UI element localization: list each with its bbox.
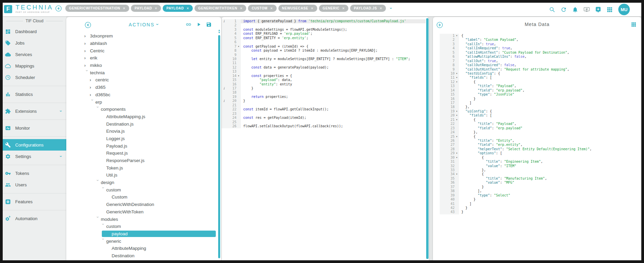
user-avatar[interactable]: MU bbox=[618, 4, 630, 15]
display-transfer-icon[interactable] bbox=[583, 6, 590, 13]
sidebar-item-configurations[interactable]: Configurations bbox=[3, 139, 66, 151]
code-line-11[interactable]: 11 bbox=[222, 61, 426, 65]
apps-grid-icon[interactable] bbox=[606, 6, 613, 13]
code-line-9[interactable]: 9 "callOutHintText": "Request for attrib… bbox=[440, 68, 640, 72]
sidebar-item-jobs[interactable]: Jobs bbox=[3, 37, 66, 49]
tree-item-abhilash[interactable]: ›abhilash bbox=[66, 40, 216, 47]
tab-close-icon[interactable]: × bbox=[380, 6, 382, 11]
code-line-22[interactable]: 22 "title": "Payload", bbox=[440, 122, 640, 126]
search-icon[interactable] bbox=[549, 6, 555, 13]
tree-item-components[interactable]: ›components bbox=[66, 106, 216, 113]
code-line-13[interactable]: 13 "title": "Payload", bbox=[440, 84, 640, 88]
tree-item-centric[interactable]: ›Centric bbox=[66, 47, 216, 54]
chevron-expanded-icon[interactable]: › bbox=[101, 238, 106, 244]
code-line-27[interactable]: 27 "field": "erp.entity", bbox=[440, 143, 640, 147]
code-line-23[interactable]: 23 bbox=[222, 112, 426, 116]
sidebar-item-statistics[interactable]: Statistics bbox=[3, 88, 66, 100]
code-line-13[interactable]: 13 bbox=[222, 70, 426, 74]
code-line-24[interactable]: 24const res = getPayload(itemId); bbox=[222, 116, 426, 120]
tree-item-payload[interactable]: Payload bbox=[66, 259, 216, 260]
chevron-expanded-icon[interactable]: › bbox=[95, 180, 100, 185]
code-line-25[interactable]: 25 bbox=[222, 120, 426, 124]
chevron-expanded-icon[interactable]: › bbox=[95, 216, 100, 222]
code-line-15[interactable]: 15 "type": "JsonFile" bbox=[440, 93, 640, 97]
code-line-18[interactable]: 18 }, bbox=[440, 105, 640, 109]
code-line-23[interactable]: 23 "field": "erp.payload" bbox=[440, 126, 640, 130]
chevron-expanded-icon[interactable]: › bbox=[101, 187, 106, 193]
code-line-38[interactable]: 38 ], bbox=[440, 189, 640, 193]
code-line-39[interactable]: 39 "type": "Select" bbox=[440, 193, 640, 198]
code-line-37[interactable]: 37 } bbox=[440, 185, 640, 189]
code-line-20[interactable]: i20} bbox=[222, 99, 426, 103]
sidebar-item-mappings[interactable]: Mappings bbox=[3, 60, 66, 72]
code-line-10[interactable]: 10 let entity = moduleSettings[ERP_ENTIT… bbox=[222, 57, 426, 61]
code-line-33[interactable]: 33 }, bbox=[440, 168, 640, 172]
code-line-29[interactable]: 29▾ "options": [ bbox=[440, 151, 640, 155]
tree-item-erp[interactable]: ›erp bbox=[66, 98, 216, 106]
editor-scrollbar[interactable] bbox=[426, 18, 429, 259]
code-line-16[interactable]: 16 "entity": entity bbox=[222, 82, 426, 86]
chevron-collapsed-icon[interactable]: › bbox=[84, 63, 90, 68]
code-line-17[interactable]: 17 ] bbox=[440, 101, 640, 105]
code-line-3[interactable]: 3 "callIn": true, bbox=[440, 42, 640, 46]
tree-item-token.js[interactable]: Token.js bbox=[66, 164, 216, 172]
refresh-icon[interactable] bbox=[560, 6, 567, 13]
tree-item-3dxonprem[interactable]: ›3dxonprem bbox=[66, 32, 216, 40]
save-icon[interactable] bbox=[206, 22, 212, 27]
scrollbar-thumb[interactable] bbox=[218, 35, 220, 258]
code-line-20[interactable]: 20▾ "fields": [ bbox=[440, 113, 640, 117]
tree-item-modules[interactable]: ›modules bbox=[66, 215, 216, 223]
sidebar-item-users[interactable]: Users bbox=[3, 179, 66, 190]
config-tab-generic-6[interactable]: GENERIC× bbox=[319, 5, 348, 12]
tab-close-icon[interactable]: × bbox=[342, 6, 345, 11]
code-line-5[interactable]: 5 "callInHintText": "Custom Payload for … bbox=[440, 51, 640, 55]
code-line-3[interactable]: 3const moduleSettings = flowAPI.getModul… bbox=[222, 28, 426, 32]
chevron-collapsed-icon[interactable]: › bbox=[90, 92, 95, 97]
tree-item-enovia.js[interactable]: Enovia.js bbox=[66, 128, 216, 135]
code-line-21[interactable]: 21 bbox=[222, 103, 426, 107]
chevron-collapsed-icon[interactable]: › bbox=[84, 33, 90, 38]
chevron-collapsed-icon[interactable]: › bbox=[84, 55, 90, 60]
sidebar-item-services[interactable]: Services bbox=[3, 49, 66, 60]
sidebar-item-scheduler[interactable]: Scheduler bbox=[3, 72, 66, 83]
config-tab-payload-2[interactable]: PAYLOAD× bbox=[163, 5, 193, 12]
whats-new-badge-icon[interactable] bbox=[595, 6, 601, 13]
code-line-25[interactable]: 25▾ { bbox=[440, 135, 640, 139]
notifications-bell-icon[interactable] bbox=[572, 6, 578, 13]
code-line-1[interactable]: 1▾{ bbox=[440, 34, 640, 38]
code-line-18[interactable]: 18 bbox=[222, 90, 426, 95]
code-line-34[interactable]: 34▾ { bbox=[440, 172, 640, 176]
code-line-41[interactable]: 41 ] bbox=[440, 202, 640, 206]
config-tab-newusecase-5[interactable]: NEWUSECASE× bbox=[278, 5, 317, 12]
grid-view-icon[interactable] bbox=[631, 22, 637, 27]
tree-item-destination[interactable]: Destination bbox=[66, 252, 216, 260]
tree-item-technia[interactable]: ›technia bbox=[66, 69, 216, 76]
tabs-back-circle-button[interactable] bbox=[55, 5, 62, 12]
tree-item-centric[interactable]: ›centric bbox=[66, 76, 216, 84]
code-line-14[interactable]: 14▾ const properties = { bbox=[222, 74, 426, 78]
tree-item-util.js[interactable]: Util.js bbox=[66, 172, 216, 179]
code-line-32[interactable]: 32 "value": "ITEM" bbox=[440, 164, 640, 168]
chevron-expanded-icon[interactable]: › bbox=[85, 70, 90, 76]
code-line-8[interactable]: 8 "callOutRequired": false, bbox=[440, 63, 640, 67]
config-tab-genericwithdestination-0[interactable]: GENERICWITHDESTINATION× bbox=[65, 5, 129, 12]
tabs-overflow-chevron-icon[interactable]: › bbox=[389, 7, 394, 9]
config-tab-genericwithtoken-3[interactable]: GENERICWITHTOKEN× bbox=[194, 5, 246, 12]
code-line-14[interactable]: 14 "field": "erp.payload", bbox=[440, 88, 640, 93]
config-tab-payload-1[interactable]: PAYLOAD× bbox=[131, 5, 161, 12]
sidebar-item-automation[interactable]: Automation bbox=[3, 213, 66, 224]
code-line-4[interactable]: 4 "callInRequired": true, bbox=[440, 46, 640, 50]
tree-item-payload[interactable]: payload bbox=[66, 230, 216, 238]
tree-item-request.js[interactable]: Request.js bbox=[66, 150, 216, 157]
code-line-26[interactable]: 26flowAPI.setCallbackOutput(flowAPI.call… bbox=[222, 124, 426, 128]
code-line-28[interactable]: 28 "helperText": "Select Entity Default(… bbox=[440, 147, 640, 151]
code-line-26[interactable]: 26 "title": "Entity", bbox=[440, 139, 640, 143]
code-line-21[interactable]: 21▾ { bbox=[440, 118, 640, 122]
tree-item-logger.js[interactable]: Logger.js bbox=[66, 135, 216, 142]
tree-item-genericwithdestination[interactable]: GenericWithDestination bbox=[66, 201, 216, 208]
code-line-6[interactable]: 6 "allowMultipleCallIns": false, bbox=[440, 55, 640, 59]
code-line-19[interactable]: 19 return properties; bbox=[222, 95, 426, 99]
code-line-40[interactable]: 40 } bbox=[440, 198, 640, 202]
tab-close-icon[interactable]: × bbox=[311, 6, 314, 11]
code-line-24[interactable]: 24 }, bbox=[440, 130, 640, 134]
